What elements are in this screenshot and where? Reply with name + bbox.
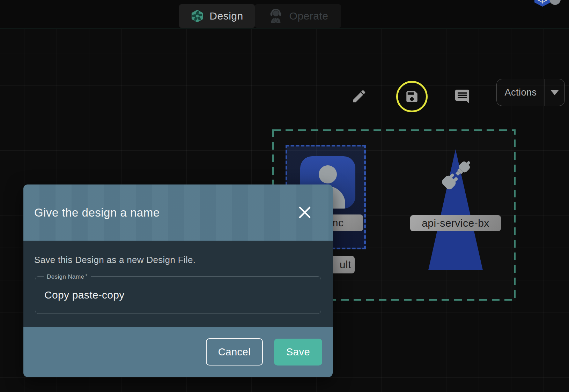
plug-icon	[438, 157, 474, 193]
modal-header: Give the design a name	[23, 184, 333, 241]
design-name-input[interactable]	[35, 277, 321, 314]
actions-button-label: Actions	[497, 79, 545, 106]
save-design-highlight-ring[interactable]	[396, 81, 428, 112]
operator-headset-icon	[268, 8, 284, 24]
modal-description: Save this Design as a new Design File.	[34, 255, 195, 265]
save-button[interactable]: Save	[274, 339, 322, 365]
modal-title: Give the design a name	[34, 206, 160, 219]
modal-footer: Cancel Save	[23, 327, 333, 377]
chevron-down-icon	[550, 90, 559, 95]
tab-design[interactable]: Design	[179, 4, 255, 28]
close-icon[interactable]	[297, 205, 312, 220]
edit-icon[interactable]	[351, 88, 367, 104]
person-icon	[319, 165, 337, 183]
topbar: Design Operate	[0, 0, 569, 29]
tab-design-label: Design	[209, 10, 243, 22]
modal-body: Save this Design as a new Design File. D…	[23, 241, 333, 327]
save-design-modal: Give the design a name Save this Design …	[23, 184, 333, 377]
node-label-api-service: api-service-bx	[410, 215, 501, 231]
comment-icon[interactable]	[454, 88, 471, 105]
kubernetes-context-icon[interactable]	[533, 0, 552, 7]
cancel-button[interactable]: Cancel	[206, 338, 263, 365]
save-icon[interactable]	[405, 89, 419, 104]
actions-dropdown-toggle[interactable]	[545, 79, 564, 106]
tab-operate[interactable]: Operate	[255, 4, 341, 28]
meshery-logo-icon	[191, 9, 204, 23]
actions-button[interactable]: Actions	[496, 79, 565, 106]
tab-operate-label: Operate	[289, 10, 328, 22]
design-name-field: Design Name*	[35, 276, 321, 314]
